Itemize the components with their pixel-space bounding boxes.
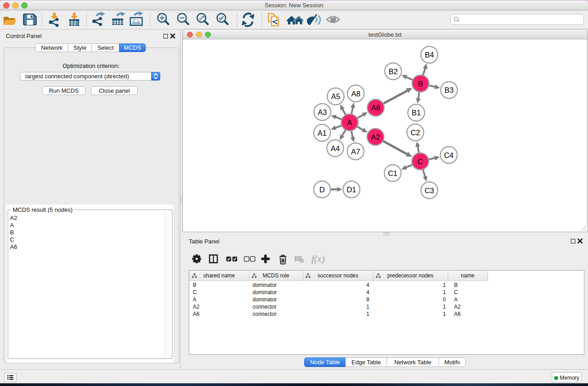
svg-text:A: A <box>347 119 352 127</box>
svg-text:B1: B1 <box>411 109 421 117</box>
svg-text:A7: A7 <box>351 148 360 156</box>
svg-text:A2: A2 <box>371 133 380 141</box>
svg-text:D1: D1 <box>347 186 356 194</box>
svg-text:A4: A4 <box>330 144 339 152</box>
svg-text:D: D <box>320 186 325 194</box>
svg-text:B: B <box>418 80 423 88</box>
svg-text:A8: A8 <box>351 90 360 98</box>
svg-text:C: C <box>418 157 423 166</box>
svg-text:C1: C1 <box>388 169 397 177</box>
svg-text:B4: B4 <box>425 51 434 59</box>
svg-text:A3: A3 <box>318 108 327 116</box>
svg-text:A1: A1 <box>317 129 326 137</box>
svg-text:f(x): f(x) <box>311 253 325 264</box>
svg-text:B3: B3 <box>445 86 454 94</box>
svg-text:C4: C4 <box>444 151 454 159</box>
svg-text:C3: C3 <box>425 186 434 195</box>
svg-text:A5: A5 <box>331 92 340 100</box>
svg-text:C2: C2 <box>411 129 420 137</box>
svg-text:A6: A6 <box>371 104 380 112</box>
svg-text:B2: B2 <box>388 67 397 76</box>
